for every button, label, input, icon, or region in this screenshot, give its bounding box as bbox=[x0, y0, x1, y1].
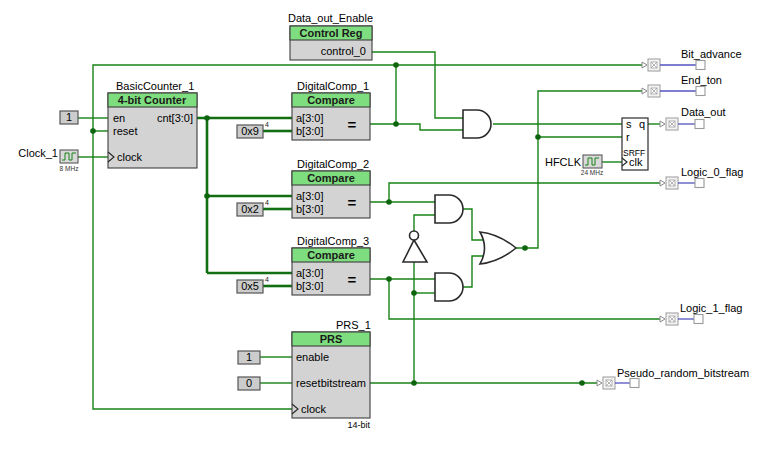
comp1-instance-name: DigitalComp_1 bbox=[297, 80, 369, 92]
basic-counter-block[interactable]: BasicCounter_1 4-bit Counter en cnt[3:0]… bbox=[108, 80, 197, 168]
clock1-name: Clock_1 bbox=[18, 147, 58, 159]
pin-label: Logic_1_flag bbox=[680, 302, 742, 314]
comp2-eq-symbol: = bbox=[348, 194, 357, 211]
comp1-a-label: a[3:0] bbox=[296, 112, 324, 124]
constant-value: 1 bbox=[66, 111, 72, 123]
prs-reset-constant[interactable]: 0 bbox=[238, 377, 260, 390]
counter-clock-label: clock bbox=[117, 151, 143, 163]
comp1-eq-symbol: = bbox=[348, 116, 357, 133]
prs-type: PRS bbox=[320, 333, 343, 345]
srff-block[interactable]: s q r SRFF clk bbox=[622, 118, 648, 170]
constant-value: 0x5 bbox=[241, 280, 259, 292]
comp3-instance-name: DigitalComp_3 bbox=[297, 235, 369, 247]
terminal-square-icon bbox=[695, 179, 704, 188]
comp3-type: Compare bbox=[307, 249, 355, 261]
pin-label: Data_out bbox=[681, 106, 726, 118]
prs-reset-label: reset bbox=[296, 377, 320, 389]
prs-enable-constant[interactable]: 1 bbox=[238, 351, 260, 364]
terminal-square-icon bbox=[694, 315, 703, 324]
terminal-square-icon bbox=[696, 61, 705, 70]
terminal-square-icon bbox=[630, 379, 639, 388]
comp1-type: Compare bbox=[307, 94, 355, 106]
comp1-b-label: b[3:0] bbox=[296, 125, 324, 137]
prs-clock-label: clock bbox=[301, 403, 327, 415]
and3-gate[interactable] bbox=[435, 273, 463, 301]
digital-comp1-block[interactable]: DigitalComp_1 Compare a[3:0] b[3:0] = bbox=[292, 80, 370, 140]
comp3-a-label: a[3:0] bbox=[296, 267, 324, 279]
and2-gate[interactable] bbox=[435, 195, 463, 223]
pin-label: Bit_advance bbox=[681, 48, 742, 60]
comp2-a-label: a[3:0] bbox=[296, 190, 324, 202]
prs-bitstream-label: bitstream bbox=[321, 377, 366, 389]
control-reg-port-label: control_0 bbox=[321, 45, 366, 57]
constant-value: 0 bbox=[246, 377, 252, 389]
comp2-instance-name: DigitalComp_2 bbox=[297, 158, 369, 170]
counter-instance-name: BasicCounter_1 bbox=[116, 80, 194, 92]
digital-comp3-block[interactable]: DigitalComp_3 Compare a[3:0] b[3:0] = bbox=[292, 235, 370, 295]
prs-instance-name: PRS_1 bbox=[336, 319, 371, 331]
terminal-square-icon bbox=[696, 87, 705, 96]
pin-label: End_ton bbox=[681, 74, 722, 86]
control-reg-block[interactable]: Data_out_Enable Control Reg control_0 bbox=[288, 12, 373, 60]
srff-r-label: r bbox=[626, 131, 630, 143]
pin-label: Logic_0_flag bbox=[681, 166, 743, 178]
clock1-freq: 8 MHz bbox=[60, 165, 79, 172]
comp3-b-label: b[3:0] bbox=[296, 280, 324, 292]
hfclk-freq: 24 MHz bbox=[581, 169, 603, 176]
srff-clk-label: clk bbox=[629, 156, 643, 168]
srff-q-label: q bbox=[639, 118, 645, 130]
and1-gate[interactable] bbox=[463, 110, 491, 138]
control-reg-type: Control Reg bbox=[300, 27, 363, 39]
constant-value: 0x2 bbox=[241, 203, 259, 215]
counter-reset-label: reset bbox=[113, 125, 137, 137]
comp2-b-label: b[3:0] bbox=[296, 203, 324, 215]
counter-en-constant[interactable]: 1 bbox=[60, 111, 78, 124]
comp2-type: Compare bbox=[307, 172, 355, 184]
counter-out-label: cnt[3:0] bbox=[157, 112, 193, 124]
pin-label: Pseudo_random_bitstream bbox=[617, 367, 749, 379]
terminal-square-icon bbox=[695, 120, 704, 129]
bus-width-annotation: 4 bbox=[265, 276, 269, 283]
prs-enable-label: enable bbox=[296, 351, 329, 363]
bus-width-annotation: 4 bbox=[265, 121, 269, 128]
control-reg-instance-name: Data_out_Enable bbox=[288, 12, 373, 24]
prs-bits-label: 14-bit bbox=[347, 420, 370, 430]
counter-en-label: en bbox=[113, 112, 125, 124]
constant-value: 0x9 bbox=[241, 125, 259, 137]
hfclk-name: HFCLK bbox=[545, 156, 582, 168]
inverter-bubble-icon bbox=[410, 231, 419, 240]
digital-comp2-block[interactable]: DigitalComp_2 Compare a[3:0] b[3:0] = bbox=[292, 158, 370, 218]
srff-s-label: s bbox=[626, 118, 632, 130]
constant-value: 1 bbox=[246, 351, 252, 363]
counter-type: 4-bit Counter bbox=[118, 94, 187, 106]
bus-width-annotation: 4 bbox=[265, 199, 269, 206]
prs-block[interactable]: PRS_1 PRS enable reset bitstream clock 1… bbox=[292, 319, 371, 430]
schematic-canvas: Data_out_Enable Control Reg control_0 Ba… bbox=[0, 0, 777, 449]
comp3-eq-symbol: = bbox=[348, 271, 357, 288]
